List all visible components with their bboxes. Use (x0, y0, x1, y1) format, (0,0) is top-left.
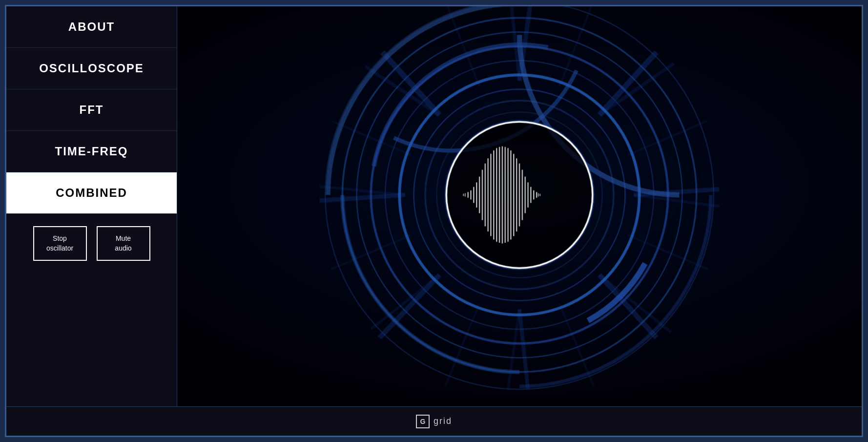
app-container: ABOUT OSCILLOSCOPE FFT TIME-FREQ COMBINE… (5, 5, 863, 437)
viz-svg (177, 6, 862, 406)
footer-brand: grid (434, 416, 452, 426)
footer: G grid (6, 406, 862, 436)
main-area: ABOUT OSCILLOSCOPE FFT TIME-FREQ COMBINE… (6, 6, 862, 406)
viz-canvas (177, 6, 862, 406)
grid-logo-icon: G (416, 415, 430, 428)
controls-area: Stoposcillator Muteaudio (6, 214, 177, 406)
stop-oscillator-button[interactable]: Stoposcillator (33, 226, 87, 261)
mute-audio-button[interactable]: Muteaudio (97, 226, 150, 261)
sidebar-item-oscilloscope[interactable]: OSCILLOSCOPE (6, 48, 177, 89)
visualization-area (177, 6, 862, 406)
sidebar-item-fft[interactable]: FFT (6, 89, 177, 131)
sidebar-item-about[interactable]: ABOUT (6, 6, 177, 48)
sidebar-item-combined[interactable]: COMBINED (6, 172, 177, 214)
sidebar-item-time-freq[interactable]: TIME-FREQ (6, 131, 177, 172)
sidebar: ABOUT OSCILLOSCOPE FFT TIME-FREQ COMBINE… (6, 6, 177, 406)
